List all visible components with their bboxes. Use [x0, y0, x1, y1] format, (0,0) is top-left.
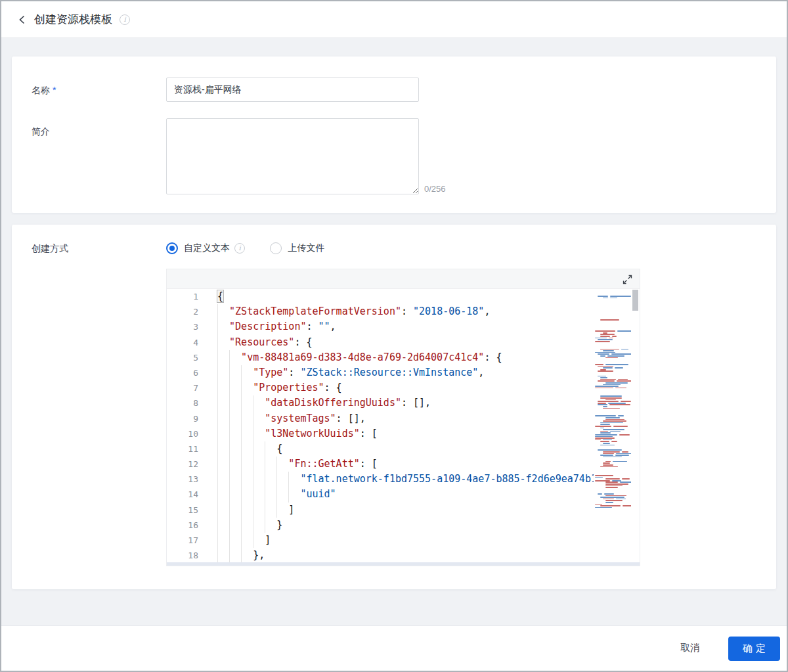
vertical-scrollbar-thumb[interactable]	[632, 290, 638, 311]
line-number: 5	[167, 350, 198, 365]
name-input[interactable]	[166, 78, 419, 102]
minimap[interactable]	[594, 289, 631, 562]
radio-upload-file-label: 上传文件	[288, 242, 324, 254]
code-line: 14 "uuid"	[167, 487, 594, 502]
code-line: 13 "flat.network-f1bd7555-a109-4ae7-b885…	[167, 472, 594, 487]
line-number: 9	[167, 411, 198, 426]
fullscreen-expand-icon[interactable]	[623, 275, 632, 284]
code-lines[interactable]: 1{2 "ZStackTemplateFormatVersion": "2018…	[167, 289, 594, 562]
custom-text-info-icon[interactable]: i	[234, 243, 245, 254]
line-number: 14	[167, 487, 198, 502]
code-editor[interactable]: 1{2 "ZStackTemplateFormatVersion": "2018…	[166, 269, 640, 566]
code-line: 4 "Resources": {	[167, 335, 594, 350]
editor-body[interactable]: 1{2 "ZStackTemplateFormatVersion": "2018…	[167, 289, 640, 562]
line-number: 7	[167, 380, 198, 395]
confirm-button[interactable]: 确定	[728, 637, 780, 661]
code-line: 2 "ZStackTemplateFormatVersion": "2018-0…	[167, 304, 594, 319]
code-line: 15 ]	[167, 503, 594, 518]
cancel-button[interactable]: 取消	[680, 642, 700, 654]
code-line: 7 "Properties": {	[167, 380, 594, 395]
action-footer: 取消 确定	[1, 625, 787, 671]
line-number: 16	[167, 518, 198, 533]
description-label: 简介	[32, 126, 50, 138]
line-number: 18	[167, 548, 198, 562]
code-line: 1{	[167, 289, 594, 304]
code-line: 6 "Type": "ZStack::Resource::VmInstance"…	[167, 365, 594, 380]
line-number: 11	[167, 441, 198, 457]
code-line: 16 }	[167, 518, 594, 533]
code-line: 8 "dataDiskOfferingUuids": [],	[167, 395, 594, 411]
radio-custom-text-label: 自定义文本	[184, 242, 230, 254]
line-number: 12	[167, 457, 198, 472]
code-line: 12 "Fn::GetAtt": [	[167, 457, 594, 472]
line-number: 1	[167, 289, 198, 304]
title-info-icon[interactable]: i	[120, 14, 130, 25]
line-number: 4	[167, 335, 198, 350]
method-label: 创建方式	[32, 243, 68, 255]
radio-custom-text[interactable]: 自定义文本 i	[166, 242, 245, 254]
back-icon[interactable]	[17, 14, 28, 25]
editor-toolbar	[167, 269, 640, 289]
code-line: 5 "vm-88481a69-d383-4d8e-a769-2d64007c41…	[167, 350, 594, 365]
code-line: 9 "systemTags": [],	[167, 411, 594, 426]
line-number: 13	[167, 472, 198, 487]
method-radio-group: 自定义文本 i 上传文件	[166, 242, 347, 256]
code-line: 17 ]	[167, 533, 594, 548]
page-title: 创建资源栈模板	[34, 1, 112, 37]
code-line: 11 {	[167, 441, 594, 457]
line-number: 10	[167, 426, 198, 441]
basic-info-card: 名称* 简介 0/256	[12, 56, 776, 213]
line-number: 6	[167, 365, 198, 380]
editor-bottom-strip	[167, 562, 640, 566]
code-line: 18 },	[167, 548, 594, 562]
line-number: 3	[167, 319, 198, 334]
char-counter: 0/256	[424, 184, 446, 194]
page-header: 创建资源栈模板 i	[1, 1, 787, 38]
radio-upload-file[interactable]: 上传文件	[270, 242, 324, 254]
line-number: 15	[167, 503, 198, 518]
template-card: 创建方式 自定义文本 i 上传文件	[12, 225, 776, 589]
required-mark: *	[53, 85, 56, 95]
radio-circle-icon[interactable]	[166, 242, 178, 254]
name-label: 名称*	[32, 85, 56, 97]
radio-circle-icon[interactable]	[270, 242, 282, 254]
line-number: 8	[167, 395, 198, 411]
code-line: 3 "Description": "",	[167, 319, 594, 334]
line-number: 17	[167, 533, 198, 548]
line-number: 2	[167, 304, 198, 319]
description-textarea[interactable]	[166, 118, 419, 194]
code-line: 10 "l3NetworkUuids": [	[167, 426, 594, 441]
